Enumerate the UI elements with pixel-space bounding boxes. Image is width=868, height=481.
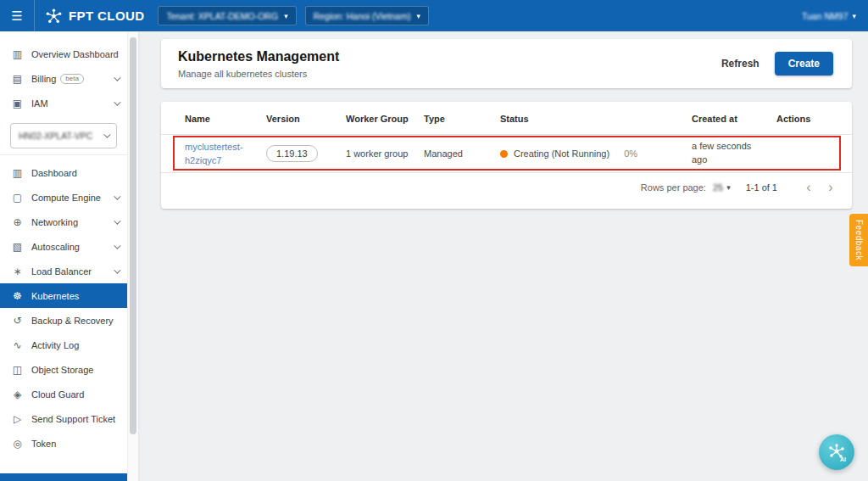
chevron-down-icon [114,242,120,249]
token-icon: ◎ [11,438,24,450]
brand-text: FPT CLOUD [69,8,144,23]
previous-page-button[interactable]: ‹ [798,181,820,194]
caret-down-icon: ▾ [726,183,731,192]
page-header-text: Kubernetes Management Manage all kuberne… [178,49,339,79]
column-header-worker-group: Worker Group [346,114,424,124]
page-title: Kubernetes Management [178,49,339,64]
column-header-name: Name [185,114,266,124]
next-page-button[interactable]: › [820,181,842,194]
cell-version: 1.19.13 [266,145,346,162]
sidebar-item-load-balancer[interactable]: ∗Load Balancer [0,259,127,283]
pagination-range: 1-1 of 1 [746,182,777,193]
sidebar-divider [0,154,127,155]
activity-icon: ∿ [11,339,24,351]
sidebar-item-cloud-guard[interactable]: ◈Cloud Guard [0,382,127,406]
svg-text:AI: AI [840,456,846,462]
iam-icon: ▣ [11,98,24,109]
cell-created-at: a few seconds ago [692,140,776,167]
chevron-down-icon [114,217,120,224]
sidebar-nav-top: ▥Overview Dashboard▤Billingbeta▣IAM [0,42,127,115]
cell-name: myclustertest-h2ziqyc7 [185,140,266,168]
user-menu[interactable]: Tuan NM97 ▾ [802,11,868,21]
column-header-actions: Actions [776,114,852,124]
ai-assistant-icon: AI [826,441,848,463]
sidebar-item-label: Cloud Guard [31,389,84,400]
sidebar-item-activity-log[interactable]: ∿Activity Log [0,333,127,357]
sidebar-item-label: Billing [31,74,56,84]
column-header-status: Status [500,114,692,124]
sidebar-item-label: Dashboard [31,168,77,178]
sidebar-item-label: Object Storage [31,365,93,375]
header-actions: Refresh Create [721,52,833,76]
status-text: Creating (Not Running) [514,148,609,159]
rows-per-page-select[interactable]: 25 ▾ [713,182,731,193]
column-header-type: Type [424,114,500,124]
sidebar: ▥Overview Dashboard▤Billingbeta▣IAM HN02… [0,31,138,481]
sidebar-item-label: IAM [31,98,48,109]
chevron-down-icon [114,98,120,105]
sidebar-item-autoscaling[interactable]: ▧Autoscaling [0,234,127,259]
sidebar-item-label: Overview Dashboard [31,49,119,59]
sidebar-item-object-storage[interactable]: ◫Object Storage [0,357,127,382]
billing-icon: ▤ [11,73,24,85]
sidebar-item-compute-engine[interactable]: ▢Compute Engine [0,185,127,210]
feedback-tab[interactable]: Feedback [849,214,868,266]
chevron-down-icon [114,266,120,273]
status-dot-icon [500,150,508,158]
sidebar-item-overview-dashboard[interactable]: ▥Overview Dashboard [0,42,127,66]
networking-icon: ⊕ [11,216,24,228]
created-at-text: a few seconds ago [692,141,751,165]
tenant-select[interactable]: Tenant: XPLAT-DEMO-ORG ▾ [158,6,296,25]
page-subtitle: Manage all kubernetes clusters [178,69,339,79]
autoscaling-icon: ▧ [11,241,24,253]
sidebar-item-label: Kubernetes [31,291,79,301]
cell-status: Creating (Not Running) 0% [500,148,692,159]
main-content: Kubernetes Management Manage all kuberne… [138,31,868,481]
region-select-value: Region: Hanoi (Vietnam) [314,11,411,21]
column-header-created-at: Created at [692,114,776,124]
storage-icon: ◫ [11,364,24,376]
sidebar-item-backup-recovery[interactable]: ↺Backup & Recovery [0,308,127,333]
table-pagination: Rows per page: 25 ▾ 1-1 of 1 ‹ › [161,173,852,202]
sidebar-item-label: Token [31,439,56,449]
sidebar-scrollbar[interactable] [127,31,138,481]
sidebar-item-send-support-ticket[interactable]: ▷Send Support Ticket [0,406,127,431]
sidebar-item-dashboard[interactable]: ▥Dashboard [0,160,127,185]
vpc-select[interactable]: HN02-XPLAT-VPC [10,123,117,148]
refresh-button[interactable]: Refresh [721,58,760,70]
caret-down-icon: ▾ [852,12,856,20]
send-icon: ▷ [11,413,24,425]
create-button[interactable]: Create [775,52,833,76]
region-select[interactable]: Region: Hanoi (Vietnam) ▾ [305,6,429,25]
backup-icon: ↺ [11,315,24,327]
ai-assistant-button[interactable]: AI [819,434,854,470]
app-body: ▥Overview Dashboard▤Billingbeta▣IAM HN02… [0,31,868,481]
compute-icon: ▢ [11,192,24,204]
cell-worker-group: 1 worker group [346,148,424,159]
sidebar-item-label: Load Balancer [31,266,92,277]
caret-down-icon: ▾ [284,12,288,20]
hamburger-menu-button[interactable]: ☰ [0,0,35,31]
sidebar-item-token[interactable]: ◎Token [0,431,127,456]
sidebar-item-label: Send Support Ticket [31,414,115,424]
sidebar-scrollbar-thumb[interactable] [130,37,136,434]
cell-type: Managed [424,148,500,159]
sidebar-item-label: Networking [31,217,78,227]
load-balancer-icon: ∗ [11,266,24,277]
sidebar-item-label: Activity Log [31,340,79,350]
sidebar-item-kubernetes[interactable]: ☸Kubernetes [0,283,127,308]
fpt-cloud-logo-icon [45,8,63,25]
user-name: Tuan NM97 [802,11,848,21]
clusters-table-card: NameVersionWorker GroupTypeStatusCreated… [161,102,852,209]
sidebar-item-iam[interactable]: ▣IAM [0,91,127,115]
sidebar-nav-bottom: ▥Dashboard▢Compute Engine⊕Networking▧Aut… [0,160,127,456]
cluster-name-link[interactable]: myclustertest-h2ziqyc7 [185,140,256,168]
sidebar-item-billing[interactable]: ▤Billingbeta [0,66,127,91]
bar-chart-icon: ▥ [11,48,24,60]
table-row: myclustertest-h2ziqyc7 1.19.13 1 worker … [161,135,852,172]
tenant-select-value: Tenant: XPLAT-DEMO-ORG [166,11,278,21]
sidebar-item-label: Autoscaling [31,242,80,252]
chevron-down-icon [114,193,120,199]
sidebar-item-networking[interactable]: ⊕Networking [0,210,127,234]
topbar: ☰ FPT CLOUD Tenant: XPLAT-DEMO-ORG ▾ Reg… [0,0,868,31]
